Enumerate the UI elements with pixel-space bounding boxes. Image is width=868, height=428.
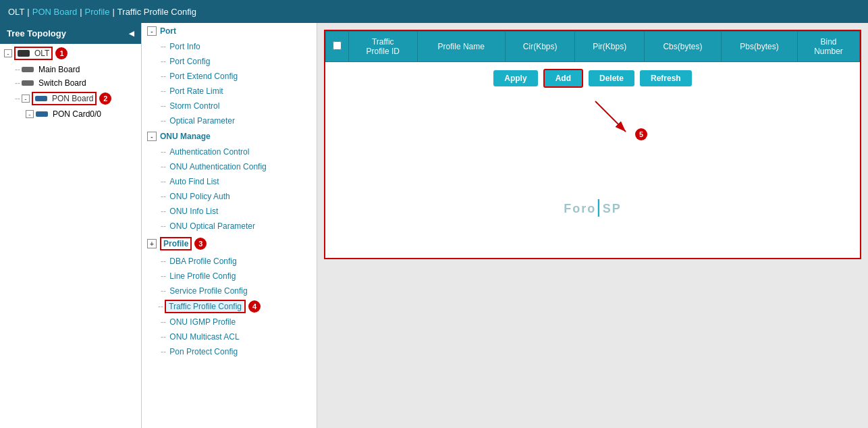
menu-item-port-extend-config[interactable]: -- Port Extend Config [142,69,317,84]
menu-item-storm-control[interactable]: -- Storm Control [142,99,317,113]
step-badge-2: 2 [99,92,111,105]
menu-item-onu-auth-config[interactable]: -- ONU Authentication Config [142,159,317,174]
watermark-text-left: Foro [564,202,596,215]
onu-manage-label: ONU Manage [160,132,211,141]
traffic-profile-table: TrafficProfile ID Profile Name Cir(Kbps)… [325,31,860,62]
menu-item-port-config[interactable]: -- Port Config [142,54,317,69]
olt-icon [18,50,30,57]
switch-board-label: Switch Board [38,78,86,88]
add-button[interactable]: Add [543,69,583,88]
menu-section-port[interactable]: - Port [142,23,317,39]
menu-item-dba-profile[interactable]: -- DBA Profile Config [142,254,317,269]
step-badge-3: 3 [194,238,207,250]
delete-button[interactable]: Delete [589,70,634,86]
menu-item-port-info[interactable]: -- Port Info [142,39,317,54]
content-area: TrafficProfile ID Profile Name Cir(Kbps)… [317,23,868,428]
tree-node-main-board[interactable]: -- Main Board [0,63,141,76]
action-buttons-row: Apply Add Delete Refresh [325,62,860,95]
tree-node-pon-board[interactable]: -- - PON Board 2 [0,90,141,107]
collapse-icon[interactable]: ◀ [129,30,134,37]
refresh-button[interactable]: Refresh [640,70,692,86]
menu-item-onu-info-list[interactable]: -- ONU Info List [142,204,317,219]
table-header-profile-name: Profile Name [417,32,505,62]
menu-section-profile[interactable]: + Profile 3 [142,234,317,254]
olt-expander[interactable]: - [4,49,12,57]
profile-expander[interactable]: + [147,239,157,248]
table-header-bind-number: BindNumber [798,32,860,62]
pon-board-label: PON Board [52,94,93,103]
olt-text: OLT [34,49,49,58]
breadcrumb-sep2: | [80,7,82,17]
breadcrumb-olt[interactable]: OLT [8,7,24,17]
menu-item-port-rate-limit[interactable]: -- Port Rate Limit [142,84,317,99]
pon-board-box[interactable]: PON Board [32,92,97,105]
main-board-label: Main Board [38,65,80,74]
main-board-icon [22,67,34,72]
menu-item-auto-find-list[interactable]: -- Auto Find List [142,174,317,189]
menu-item-onu-igmp-profile[interactable]: -- ONU IGMP Profile [142,315,317,329]
table-header-traffic-profile-id: TrafficProfile ID [349,32,418,62]
annotation-area: 5 [325,95,860,155]
table-header-pbs: Pbs(bytes) [721,32,797,62]
profile-section-label: Profile [160,237,192,250]
select-all-checkbox[interactable] [333,41,342,50]
port-expander[interactable]: - [147,26,157,36]
table-header-cir: Cir(Kbps) [505,32,574,62]
table-header-checkbox [326,32,349,62]
menu-item-traffic-profile[interactable]: -- Traffic Profile Config 4 [142,298,317,315]
traffic-profile-label: Traffic Profile Config [165,300,246,313]
sidebar-title: Tree Topology [7,28,66,38]
content-panel: TrafficProfile ID Profile Name Cir(Kbps)… [324,30,861,259]
breadcrumb-pon-board[interactable]: PON Board [32,7,77,17]
tree-topology-sidebar: Tree Topology ◀ - OLT 1 -- Main Board --… [0,23,142,428]
apply-button[interactable]: Apply [493,70,537,86]
switch-board-icon [22,80,34,86]
watermark-pipe: | [596,196,602,217]
menu-item-line-profile[interactable]: -- Line Profile Config [142,269,317,284]
pon-card-expander[interactable]: - [26,110,34,118]
onu-manage-expander[interactable]: - [147,132,157,141]
olt-label[interactable]: OLT [14,47,53,60]
pon-card-icon [36,111,48,117]
menu-section-onu-manage[interactable]: - ONU Manage [142,128,317,144]
table-header-pir: Pir(Kbps) [575,32,645,62]
step-badge-1: 1 [55,47,67,59]
menu-item-optical-parameter[interactable]: -- Optical Parameter [142,113,317,128]
arrow-annotation [589,95,643,149]
watermark: Foro|SP [325,155,860,258]
svg-line-1 [595,101,626,132]
menu-item-onu-optical-param[interactable]: -- ONU Optical Parameter [142,219,317,234]
left-menu-panel: - Port -- Port Info -- Port Config -- Po… [142,23,317,428]
top-breadcrumb: OLT | PON Board | Profile | Traffic Prof… [0,0,868,23]
pon-board-icon [35,96,47,101]
tree-node-switch-board[interactable]: -- Switch Board [0,76,141,90]
pon-board-expander[interactable]: - [22,95,30,103]
watermark-text-right: SP [603,202,622,215]
menu-item-auth-control[interactable]: -- Authentication Control [142,144,317,159]
breadcrumb-sep3: | [112,7,114,17]
breadcrumb-sep1: | [27,7,29,17]
menu-item-onu-multicast-acl[interactable]: -- ONU Multicast ACL [142,329,317,344]
pon-card-label: PON Card0/0 [53,109,101,119]
menu-item-pon-protect-config[interactable]: -- Pon Protect Config [142,344,317,359]
tree-node-pon-card[interactable]: - PON Card0/0 [0,107,141,121]
breadcrumb-traffic-config: Traffic Profile Config [117,7,196,17]
step-badge-5: 5 [635,128,647,140]
step-badge-4: 4 [248,300,261,313]
table-header-cbs: Cbs(bytes) [644,32,721,62]
sidebar-header[interactable]: Tree Topology ◀ [0,23,141,44]
breadcrumb-profile[interactable]: Profile [85,7,110,17]
menu-item-service-profile[interactable]: -- Service Profile Config [142,284,317,298]
port-section-label: Port [160,26,176,36]
menu-item-onu-policy-auth[interactable]: -- ONU Policy Auth [142,189,317,204]
tree-node-olt[interactable]: - OLT 1 [0,44,141,63]
